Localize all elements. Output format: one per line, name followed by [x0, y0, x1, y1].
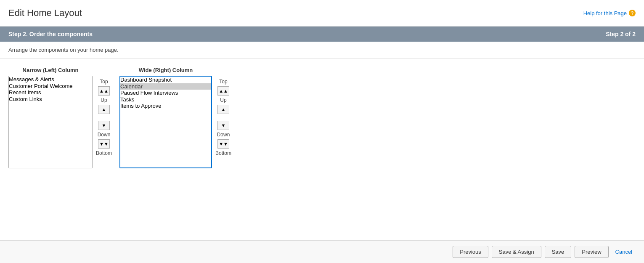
wide-top-label: Top [219, 79, 227, 85]
narrow-up-button[interactable]: ▲ [98, 105, 110, 114]
step-info: Step 2 of 2 [606, 31, 636, 37]
narrow-column-label: Narrow (Left) Column [23, 67, 79, 73]
columns-container: Narrow (Left) Column Messages & AlertsCu… [8, 67, 636, 168]
narrow-bottom-button[interactable]: ▼▼ [98, 139, 110, 149]
narrow-top-button[interactable]: ▲▲ [98, 86, 110, 96]
help-link-text: Help for this Page [583, 10, 627, 16]
wide-down-button[interactable]: ▼ [217, 121, 229, 130]
wide-listbox-container: Dashboard SnapshotCalendarPaused Flow In… [119, 76, 212, 168]
wide-column-section: Wide (Right) Column Dashboard SnapshotCa… [119, 67, 212, 168]
wide-column-label: Wide (Right) Column [139, 67, 193, 73]
wide-up-label: Up [220, 97, 226, 103]
narrow-column-section: Narrow (Left) Column Messages & AlertsCu… [8, 67, 93, 168]
narrow-bottom-label: Bottom [96, 150, 112, 156]
description-bar: Arrange the components on your home page… [0, 42, 644, 58]
wide-controls: Top ▲▲ Up ▲ ▼ Down ▼▼ Bottom [212, 77, 235, 158]
wide-column-listbox[interactable]: Dashboard SnapshotCalendarPaused Flow In… [119, 76, 212, 168]
content-area: Narrow (Left) Column Messages & AlertsCu… [0, 58, 644, 177]
narrow-top-label: Top [100, 79, 108, 85]
help-link[interactable]: Help for this Page ? [583, 10, 636, 16]
narrow-controls: Top ▲▲ Up ▲ ▼ Down ▼▼ Bottom [93, 77, 115, 158]
description-text: Arrange the components on your home page… [8, 47, 119, 53]
narrow-column-listbox[interactable]: Messages & AlertsCustomer Portal Welcome… [8, 76, 93, 168]
wide-top-button[interactable]: ▲▲ [217, 86, 229, 96]
page-header: Edit Home Layout Help for this Page ? [0, 0, 644, 27]
narrow-up-label: Up [101, 97, 107, 103]
wide-down-label: Down [217, 132, 230, 138]
narrow-down-button[interactable]: ▼ [98, 121, 110, 130]
narrow-listbox-container: Messages & AlertsCustomer Portal Welcome… [8, 76, 93, 168]
step-header: Step 2. Order the components Step 2 of 2 [0, 27, 644, 42]
narrow-down-label: Down [98, 132, 111, 138]
wide-bottom-label: Bottom [215, 150, 231, 156]
step-label: Step 2. Order the components [8, 31, 93, 37]
wide-up-button[interactable]: ▲ [217, 105, 229, 114]
page-title: Edit Home Layout [8, 8, 82, 19]
help-icon: ? [629, 10, 636, 16]
wide-bottom-button[interactable]: ▼▼ [217, 139, 229, 149]
